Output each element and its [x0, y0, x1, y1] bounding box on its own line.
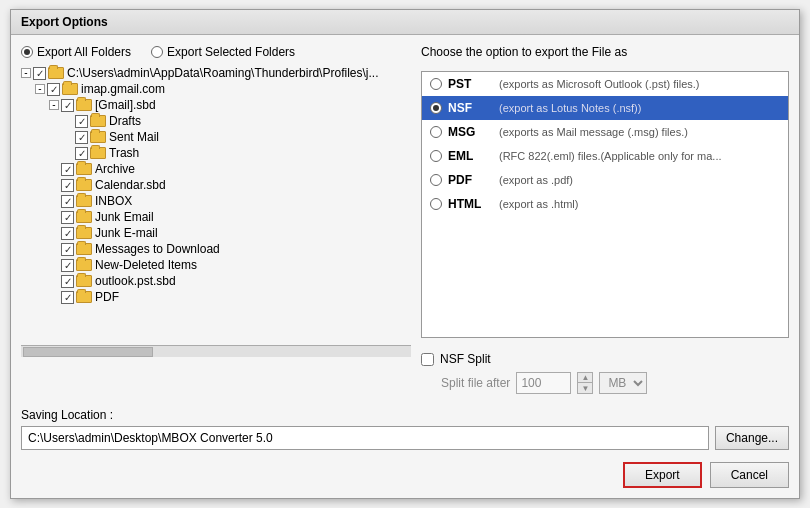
- saving-path-input[interactable]: [21, 426, 709, 450]
- tree-checkbox[interactable]: [47, 83, 60, 96]
- tree-checkbox[interactable]: [61, 227, 74, 240]
- tree-item[interactable]: -[Gmail].sbd: [21, 97, 411, 113]
- cancel-button[interactable]: Cancel: [710, 462, 789, 488]
- dialog-title: Export Options: [11, 10, 799, 35]
- tree-item[interactable]: +INBOX: [21, 193, 411, 209]
- collapse-icon[interactable]: -: [35, 84, 45, 94]
- spin-up-arrow[interactable]: ▲: [578, 373, 592, 383]
- tree-checkbox[interactable]: [61, 275, 74, 288]
- scrollbar-thumb: [23, 347, 153, 357]
- tree-item[interactable]: +Archive: [21, 161, 411, 177]
- tree-checkbox[interactable]: [33, 67, 46, 80]
- format-radio-eml[interactable]: [430, 150, 442, 162]
- right-panel-title: Choose the option to export the File as: [421, 45, 789, 59]
- collapse-icon[interactable]: -: [49, 100, 59, 110]
- export-all-radio[interactable]: [21, 46, 33, 58]
- format-radio-html[interactable]: [430, 198, 442, 210]
- nsf-split-header: NSF Split: [421, 352, 789, 366]
- tree-checkbox[interactable]: [61, 211, 74, 224]
- folder-icon: [76, 291, 92, 303]
- folder-icon: [76, 211, 92, 223]
- export-all-option[interactable]: Export All Folders: [21, 45, 131, 59]
- tree-item[interactable]: +outlook.pst.sbd: [21, 273, 411, 289]
- format-desc: (export as .html): [499, 198, 578, 210]
- horizontal-scrollbar[interactable]: [21, 345, 411, 357]
- tree-item[interactable]: Sent Mail: [21, 129, 411, 145]
- tree-item-label: Junk E-mail: [95, 226, 158, 240]
- spin-down-arrow[interactable]: ▼: [578, 383, 592, 393]
- tree-item[interactable]: +Calendar.sbd: [21, 177, 411, 193]
- format-item-msg[interactable]: MSG(exports as Mail message (.msg) files…: [422, 120, 788, 144]
- format-item-eml[interactable]: EML(RFC 822(.eml) files.(Applicable only…: [422, 144, 788, 168]
- folder-tree[interactable]: -C:\Users\admin\AppData\Roaming\Thunderb…: [21, 65, 411, 345]
- format-name: MSG: [448, 125, 493, 139]
- nsf-split-controls: Split file after 100 ▲ ▼ MB GB: [421, 372, 789, 394]
- tree-checkbox[interactable]: [75, 115, 88, 128]
- export-all-label: Export All Folders: [37, 45, 131, 59]
- tree-item-label: INBOX: [95, 194, 132, 208]
- tree-item-label: New-Deleted Items: [95, 258, 197, 272]
- tree-item-label: Sent Mail: [109, 130, 159, 144]
- tree-item-label: [Gmail].sbd: [95, 98, 156, 112]
- format-desc: (exports as Mail message (.msg) files.): [499, 126, 688, 138]
- tree-checkbox[interactable]: [61, 243, 74, 256]
- folder-icon: [90, 147, 106, 159]
- format-item-pdf[interactable]: PDF(export as .pdf): [422, 168, 788, 192]
- format-radio-nsf[interactable]: [430, 102, 442, 114]
- tree-item-label: Drafts: [109, 114, 141, 128]
- tree-item-label: PDF: [95, 290, 119, 304]
- folder-icon: [76, 275, 92, 287]
- export-options-dialog: Export Options Export All Folders Export…: [10, 9, 800, 499]
- tree-item[interactable]: +PDF: [21, 289, 411, 305]
- tree-item[interactable]: Trash: [21, 145, 411, 161]
- collapse-icon[interactable]: -: [21, 68, 31, 78]
- tree-item-label: C:\Users\admin\AppData\Roaming\Thunderbi…: [67, 66, 378, 80]
- tree-checkbox[interactable]: [61, 163, 74, 176]
- tree-item[interactable]: +New-Deleted Items: [21, 257, 411, 273]
- tree-checkbox[interactable]: [61, 195, 74, 208]
- export-selected-option[interactable]: Export Selected Folders: [151, 45, 295, 59]
- format-desc: (export as Lotus Notes (.nsf)): [499, 102, 641, 114]
- format-item-nsf[interactable]: NSF(export as Lotus Notes (.nsf)): [422, 96, 788, 120]
- tree-checkbox[interactable]: [61, 179, 74, 192]
- folder-icon: [76, 243, 92, 255]
- format-radio-pst[interactable]: [430, 78, 442, 90]
- format-radio-msg[interactable]: [430, 126, 442, 138]
- tree-item[interactable]: +Junk Email: [21, 209, 411, 225]
- split-after-label: Split file after: [441, 376, 510, 390]
- right-panel: Choose the option to export the File as …: [421, 45, 789, 400]
- export-button[interactable]: Export: [623, 462, 702, 488]
- format-radio-pdf[interactable]: [430, 174, 442, 186]
- export-selected-radio[interactable]: [151, 46, 163, 58]
- folder-icon: [76, 227, 92, 239]
- nsf-split-section: NSF Split Split file after 100 ▲ ▼ MB GB: [421, 346, 789, 400]
- unit-select[interactable]: MB GB: [599, 372, 647, 394]
- dialog-body: Export All Folders Export Selected Folde…: [11, 35, 799, 498]
- format-item-pst[interactable]: PST(exports as Microsoft Outlook (.pst) …: [422, 72, 788, 96]
- tree-container: -C:\Users\admin\AppData\Roaming\Thunderb…: [21, 65, 411, 305]
- tree-item[interactable]: Drafts: [21, 113, 411, 129]
- tree-checkbox[interactable]: [61, 99, 74, 112]
- format-name: PST: [448, 77, 493, 91]
- tree-item[interactable]: +Junk E-mail: [21, 225, 411, 241]
- tree-item[interactable]: -imap.gmail.com: [21, 81, 411, 97]
- format-desc: (export as .pdf): [499, 174, 573, 186]
- tree-checkbox[interactable]: [75, 147, 88, 160]
- change-button[interactable]: Change...: [715, 426, 789, 450]
- split-value-input[interactable]: 100: [516, 372, 571, 394]
- top-section: Export All Folders Export Selected Folde…: [21, 45, 789, 400]
- format-item-html[interactable]: HTML(export as .html): [422, 192, 788, 216]
- tree-checkbox[interactable]: [61, 259, 74, 272]
- nsf-split-checkbox[interactable]: [421, 353, 434, 366]
- folder-icon: [76, 163, 92, 175]
- folder-icon: [76, 99, 92, 111]
- tree-item[interactable]: -C:\Users\admin\AppData\Roaming\Thunderb…: [21, 65, 411, 81]
- tree-item[interactable]: +Messages to Download: [21, 241, 411, 257]
- bottom-buttons: Export Cancel: [21, 458, 789, 488]
- tree-checkbox[interactable]: [61, 291, 74, 304]
- tree-checkbox[interactable]: [75, 131, 88, 144]
- format-name: HTML: [448, 197, 493, 211]
- spin-arrows: ▲ ▼: [577, 372, 593, 394]
- tree-item-label: Calendar.sbd: [95, 178, 166, 192]
- left-panel: Export All Folders Export Selected Folde…: [21, 45, 411, 400]
